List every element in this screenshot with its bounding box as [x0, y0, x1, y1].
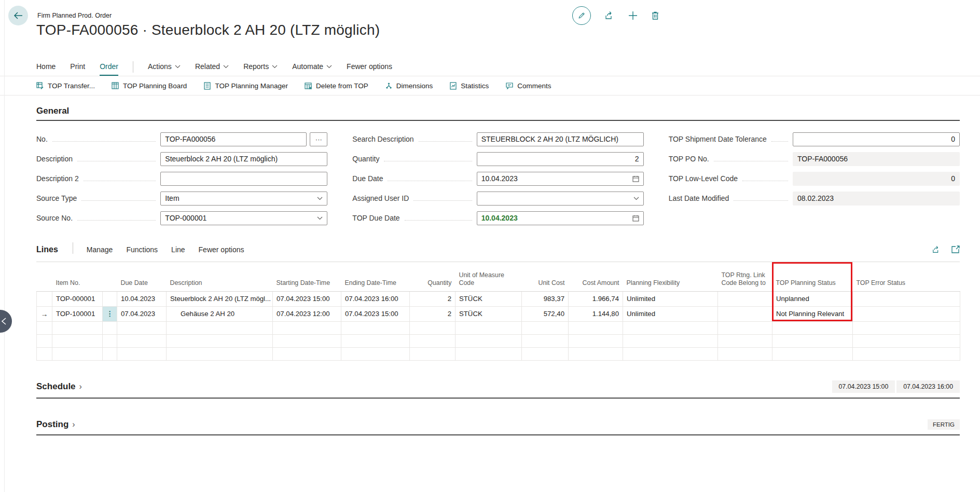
cell-item-no[interactable]: TOP-000001: [52, 291, 103, 306]
cell-unit-of-measure[interactable]: STÜCK: [456, 291, 522, 306]
description-input[interactable]: Steuerblock 2 AH 20 (LTZ möglich): [160, 152, 327, 166]
search-description-input[interactable]: STEUERBLOCK 2 AH 20 (LTZ MÖGLICH): [477, 132, 644, 146]
cell-ending-date-time[interactable]: 07.04.2023 15:00: [341, 306, 410, 321]
empty-cell[interactable]: [853, 347, 960, 360]
cell-due-date[interactable]: 10.04.2023: [117, 291, 167, 306]
cell-description[interactable]: Steuerblock 2 AH 20 (LTZ mögl...: [167, 291, 273, 306]
posting-heading[interactable]: Posting ›: [36, 419, 75, 430]
column-header-item-no[interactable]: Item No.: [52, 262, 103, 291]
cell-row-menu[interactable]: [103, 291, 117, 306]
column-header-quantity[interactable]: Quantity: [410, 262, 456, 291]
empty-cell[interactable]: [456, 321, 522, 334]
empty-cell[interactable]: [522, 321, 569, 334]
cell-item-no[interactable]: TOP-100001: [52, 306, 103, 321]
cell-unit-cost[interactable]: 983,37: [522, 291, 569, 306]
top-planning-board-button[interactable]: TOP Planning Board: [112, 82, 187, 90]
empty-cell[interactable]: [623, 347, 718, 360]
column-header-top-rtng-link-code[interactable]: TOP Rtng. Link Code Belong to: [718, 262, 772, 291]
empty-cell[interactable]: [772, 347, 853, 360]
empty-cell[interactable]: [103, 334, 117, 347]
cell-top-error-status[interactable]: [853, 291, 960, 306]
cell-top-error-status[interactable]: [853, 306, 960, 321]
expand-lines-button[interactable]: [951, 245, 960, 254]
top-due-date-input[interactable]: 10.04.2023: [477, 211, 644, 225]
no-input[interactable]: TOP-FA000056: [160, 132, 307, 146]
cell-top-planning-status[interactable]: Not Planning Relevant: [772, 306, 853, 321]
column-header-unit-cost[interactable]: Unit Cost: [522, 262, 569, 291]
column-header-unit-of-measure-code[interactable]: Unit of Measure Code: [456, 262, 522, 291]
empty-cell[interactable]: [273, 347, 341, 360]
empty-cell[interactable]: [341, 321, 410, 334]
quantity-input[interactable]: 2: [477, 152, 644, 166]
new-button[interactable]: [628, 11, 638, 20]
column-header-planning-flexibility[interactable]: Planning Flexibility: [623, 262, 718, 291]
comments-button[interactable]: Comments: [505, 82, 551, 90]
cell-description[interactable]: Gehäuse 2 AH 20: [167, 306, 273, 321]
empty-cell[interactable]: [52, 334, 103, 347]
empty-cell[interactable]: [103, 347, 117, 360]
lines-tab-functions[interactable]: Functions: [126, 245, 158, 254]
cell-planning-flexibility[interactable]: Unlimited: [623, 291, 718, 306]
empty-cell[interactable]: [772, 321, 853, 334]
cell-rtng-link-code[interactable]: [718, 291, 772, 306]
empty-cell[interactable]: [167, 334, 273, 347]
empty-cell[interactable]: [341, 347, 410, 360]
cell-top-planning-status[interactable]: Unplanned: [772, 291, 853, 306]
empty-cell[interactable]: [772, 334, 853, 347]
menu-item-automate[interactable]: Automate: [292, 62, 332, 76]
empty-cell[interactable]: [569, 321, 623, 334]
top-planning-manager-button[interactable]: TOP Planning Manager: [203, 82, 288, 90]
empty-cell[interactable]: [273, 334, 341, 347]
empty-cell[interactable]: [718, 347, 772, 360]
cell-quantity[interactable]: 2: [410, 291, 456, 306]
cell-starting-date-time[interactable]: 07.04.2023 15:00: [273, 291, 341, 306]
column-header-top-planning-status[interactable]: TOP Planning Status: [772, 262, 853, 291]
delete-button[interactable]: [651, 11, 659, 20]
schedule-heading[interactable]: Schedule ›: [36, 381, 82, 392]
column-header-description[interactable]: Description: [167, 262, 273, 291]
empty-cell[interactable]: [167, 347, 273, 360]
cell-row-menu-selected[interactable]: ⋮: [103, 306, 117, 321]
cell-unit-of-measure[interactable]: STÜCK: [456, 306, 522, 321]
edit-button[interactable]: [572, 6, 591, 25]
cell-due-date[interactable]: 07.04.2023: [117, 306, 167, 321]
source-no-select[interactable]: TOP-000001: [160, 211, 327, 225]
menu-item-related[interactable]: Related: [195, 62, 229, 76]
top-transfer-button[interactable]: TOP Transfer...: [36, 82, 95, 90]
menu-item-home[interactable]: Home: [36, 62, 56, 76]
empty-cell[interactable]: [52, 347, 103, 360]
cell-cost-amount[interactable]: 1.966,74: [569, 291, 623, 306]
lines-tab-line[interactable]: Line: [171, 245, 185, 254]
due-date-input[interactable]: 10.04.2023: [477, 172, 644, 186]
empty-cell[interactable]: [853, 321, 960, 334]
empty-cell[interactable]: [103, 321, 117, 334]
column-header-cost-amount[interactable]: Cost Amount: [569, 262, 623, 291]
empty-cell[interactable]: [410, 321, 456, 334]
empty-cell[interactable]: [456, 334, 522, 347]
menu-item-fewer-options[interactable]: Fewer options: [347, 62, 392, 76]
share-lines-button[interactable]: [932, 245, 941, 254]
empty-cell[interactable]: [52, 321, 103, 334]
dimensions-button[interactable]: Dimensions: [385, 82, 433, 90]
top-shipment-date-tolerance-input[interactable]: 0: [793, 132, 960, 146]
empty-cell[interactable]: [410, 334, 456, 347]
empty-cell[interactable]: [718, 334, 772, 347]
column-header-ending-date-time[interactable]: Ending Date-Time: [341, 262, 410, 291]
empty-cell[interactable]: [569, 347, 623, 360]
expand-navigation-button[interactable]: [0, 310, 12, 333]
cell-rtng-link-code[interactable]: [718, 306, 772, 321]
empty-cell[interactable]: [341, 334, 410, 347]
cell-quantity[interactable]: 2: [410, 306, 456, 321]
lines-tab-manage[interactable]: Manage: [87, 245, 113, 254]
empty-cell[interactable]: [623, 334, 718, 347]
empty-cell[interactable]: [117, 321, 167, 334]
source-type-select[interactable]: Item: [160, 192, 327, 206]
empty-cell[interactable]: [718, 321, 772, 334]
empty-cell[interactable]: [117, 347, 167, 360]
lines-tab-fewer-options[interactable]: Fewer options: [199, 245, 244, 254]
description-2-input[interactable]: [160, 172, 327, 186]
empty-cell[interactable]: [623, 321, 718, 334]
empty-cell[interactable]: [167, 321, 273, 334]
assigned-user-id-select[interactable]: [477, 192, 644, 206]
menu-item-reports[interactable]: Reports: [243, 62, 278, 76]
